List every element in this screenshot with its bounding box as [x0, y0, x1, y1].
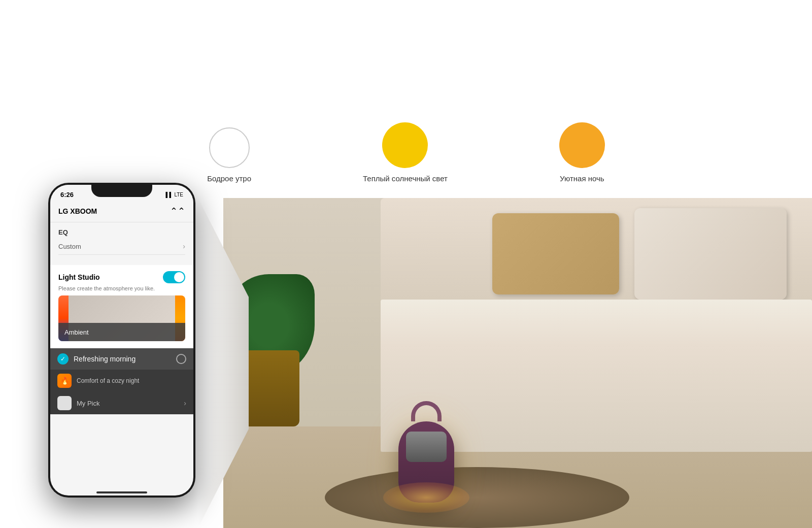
- status-time: 6:26: [60, 191, 74, 199]
- eq-value: Custom: [58, 243, 81, 250]
- eq-section: EQ Custom ›: [50, 222, 193, 261]
- eq-row[interactable]: Custom ›: [58, 238, 185, 255]
- comfort-row[interactable]: 🔥 Comfort of a cozy night: [50, 370, 193, 392]
- app-title: LG XBOOM: [58, 207, 97, 215]
- eq-label: EQ: [58, 228, 185, 236]
- flame-icon: 🔥: [57, 374, 72, 388]
- phone-notch: [91, 183, 152, 197]
- color-option-warm[interactable]: Теплый солнечный свет: [363, 122, 448, 183]
- bottom-section: 6:26 ▌▌ LTE LG XBOOM ⌃⌃ EQ Custom ›: [0, 198, 812, 528]
- please-create-text: Please create the atmosphere you like.: [58, 285, 185, 291]
- speaker-body: [398, 421, 454, 503]
- mypick-chevron-icon: ›: [184, 399, 186, 407]
- speaker-glow: [383, 482, 469, 513]
- bed-pillow-1: [634, 208, 787, 300]
- top-section: Бодрое утро Теплый солнечный свет Уютная…: [0, 0, 812, 198]
- bedroom-scene: [223, 198, 812, 528]
- color-circle-yellow: [382, 122, 428, 168]
- refreshing-morning-row[interactable]: ✓ Refreshing morning: [50, 348, 193, 370]
- check-icon: ✓: [57, 353, 69, 365]
- ambient-overlay[interactable]: Ambient: [58, 323, 185, 341]
- app-header: LG XBOOM ⌃⌃: [50, 200, 193, 222]
- collapse-icon[interactable]: ⌃⌃: [170, 206, 185, 217]
- color-label-warm: Теплый солнечный свет: [363, 174, 448, 183]
- light-studio-toggle[interactable]: [163, 271, 185, 283]
- status-icons: ▌▌ LTE: [165, 192, 183, 197]
- light-studio-section: Light Studio Please create the atmospher…: [50, 265, 193, 347]
- light-studio-row: Light Studio: [58, 271, 185, 283]
- mypick-icon: [57, 396, 72, 410]
- light-preview: Ambient: [58, 295, 185, 341]
- mypick-left: My Pick: [57, 396, 100, 410]
- light-studio-label: Light Studio: [58, 273, 100, 281]
- refreshing-morning-label: Refreshing morning: [74, 355, 176, 363]
- home-bar: [96, 491, 147, 493]
- color-options-container: Бодрое утро Теплый солнечный свет Уютная…: [207, 122, 605, 183]
- color-circle-orange: [559, 122, 605, 168]
- phone-screen: 6:26 ▌▌ LTE LG XBOOM ⌃⌃ EQ Custom ›: [50, 185, 193, 496]
- color-label-cozy: Уютная ночь: [560, 174, 604, 183]
- color-option-cozy[interactable]: Уютная ночь: [559, 122, 605, 183]
- phone-container: 6:26 ▌▌ LTE LG XBOOM ⌃⌃ EQ Custom ›: [30, 183, 213, 528]
- bedroom-rug: [325, 467, 629, 528]
- mypick-row[interactable]: My Pick ›: [50, 392, 193, 414]
- radio-button[interactable]: [176, 354, 186, 364]
- phone-body: 6:26 ▌▌ LTE LG XBOOM ⌃⌃ EQ Custom ›: [48, 183, 195, 498]
- mypick-label: My Pick: [77, 400, 100, 407]
- ambient-label: Ambient: [64, 328, 89, 336]
- speaker-top: [406, 432, 447, 462]
- chevron-right-icon: ›: [183, 242, 185, 250]
- color-circle-empty: [209, 127, 250, 168]
- toggle-knob: [174, 272, 184, 282]
- color-label-refreshing: Бодрое утро: [207, 174, 251, 183]
- lg-xboom-speaker: [396, 401, 457, 503]
- color-option-refreshing[interactable]: Бодрое утро: [207, 127, 251, 183]
- bed-pillow-2: [492, 213, 619, 294]
- speaker-handle: [411, 401, 442, 421]
- bedroom-image: [223, 198, 812, 528]
- comfort-label: Comfort of a cozy night: [77, 377, 139, 384]
